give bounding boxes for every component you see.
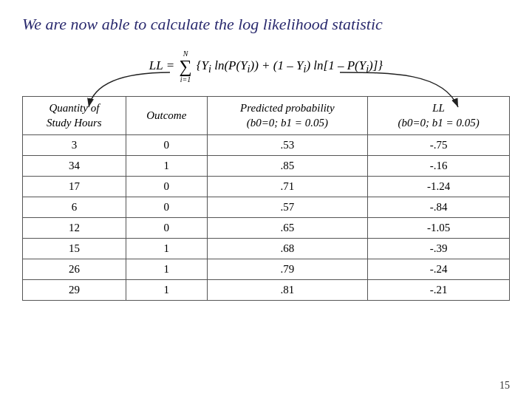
table-row: 261.79-.24 — [23, 259, 510, 280]
page: We are now able to calculate the log lik… — [0, 0, 532, 399]
table-row: 30.53-.75 — [23, 135, 510, 156]
cell-pred_prob: .85 — [207, 156, 367, 177]
cell-qty: 15 — [23, 239, 126, 259]
cell-qty: 34 — [23, 156, 126, 177]
cell-pred_prob: .53 — [207, 135, 367, 156]
cell-ll: -1.24 — [368, 177, 510, 197]
header-ll: LL (b0=0; b1 = 0.05) — [368, 97, 510, 135]
cell-ll: -.24 — [368, 259, 510, 280]
cell-outcome: 1 — [126, 280, 207, 301]
cell-qty: 29 — [23, 280, 126, 301]
cell-ll: -.16 — [368, 156, 510, 177]
cell-pred_prob: .68 — [207, 239, 367, 259]
formula: LL = N ∑ i=1 {Yi ln(P(Yi)) + (1 – Yi) ln… — [149, 50, 383, 83]
cell-ll: -.21 — [368, 280, 510, 301]
cell-outcome: 0 — [126, 177, 207, 197]
table-row: 170.71-1.24 — [23, 177, 510, 197]
cell-outcome: 0 — [126, 218, 207, 239]
cell-pred_prob: .57 — [207, 197, 367, 218]
cell-qty: 3 — [23, 135, 126, 156]
cell-qty: 6 — [23, 197, 126, 218]
header-pred-prob: Predicted probability (b0=0; b1 = 0.05) — [207, 97, 367, 135]
cell-outcome: 0 — [126, 197, 207, 218]
cell-qty: 12 — [23, 218, 126, 239]
data-table: Quantity of Study Hours Outcome Predicte… — [22, 96, 510, 301]
formula-area: LL = N ∑ i=1 {Yi ln(P(Yi)) + (1 – Yi) ln… — [22, 44, 510, 89]
cell-ll: -.84 — [368, 197, 510, 218]
cell-pred_prob: .79 — [207, 259, 367, 280]
table-row: 120.65-1.05 — [23, 218, 510, 239]
table-header-row: Quantity of Study Hours Outcome Predicte… — [23, 97, 510, 135]
page-number: 15 — [499, 380, 510, 392]
cell-ll: -.75 — [368, 135, 510, 156]
header-qty: Quantity of Study Hours — [23, 97, 126, 135]
page-title: We are now able to calculate the log lik… — [22, 15, 510, 34]
data-table-container: Quantity of Study Hours Outcome Predicte… — [22, 96, 510, 301]
cell-pred_prob: .71 — [207, 177, 367, 197]
cell-outcome: 1 — [126, 259, 207, 280]
table-row: 60.57-.84 — [23, 197, 510, 218]
cell-ll: -1.05 — [368, 218, 510, 239]
table-row: 151.68-.39 — [23, 239, 510, 259]
cell-qty: 26 — [23, 259, 126, 280]
cell-outcome: 1 — [126, 156, 207, 177]
cell-qty: 17 — [23, 177, 126, 197]
cell-outcome: 1 — [126, 239, 207, 259]
cell-pred_prob: .65 — [207, 218, 367, 239]
table-row: 291.81-.21 — [23, 280, 510, 301]
cell-ll: -.39 — [368, 239, 510, 259]
header-outcome: Outcome — [126, 97, 207, 135]
cell-outcome: 0 — [126, 135, 207, 156]
table-row: 341.85-.16 — [23, 156, 510, 177]
cell-pred_prob: .81 — [207, 280, 367, 301]
